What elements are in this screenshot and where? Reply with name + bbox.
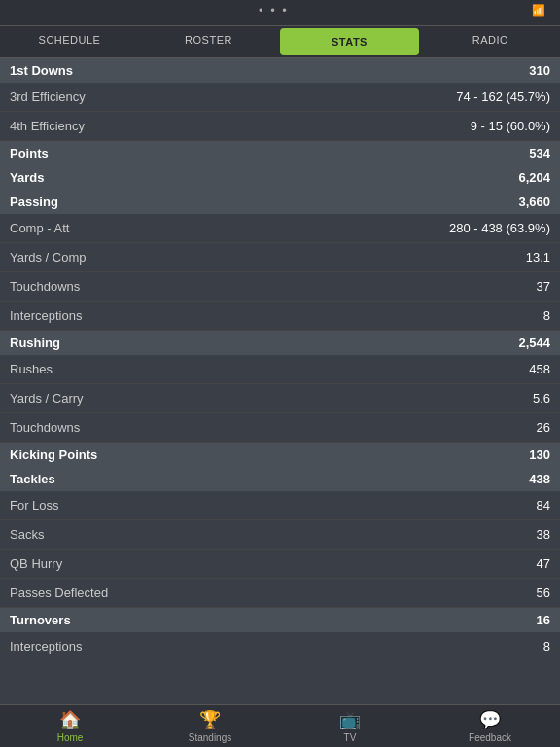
section-value: 16: [537, 613, 550, 627]
stat-row: Interceptions 8: [0, 632, 560, 654]
bottom-nav-feedback[interactable]: 💬 Feedback: [420, 709, 560, 743]
tv-icon: 📺: [339, 709, 361, 730]
stat-label: Comp - Att: [10, 221, 69, 235]
bottom-nav: 🏠 Home 🏆 Standings 📺 TV 💬 Feedback: [0, 704, 560, 747]
stat-label: 3rd Efficiency: [10, 89, 86, 104]
stat-row: Passes Deflected 56: [0, 579, 560, 608]
stat-value: 5.6: [533, 391, 550, 406]
section-label: Yards: [10, 170, 44, 185]
section-label: Tackles: [10, 472, 55, 486]
stat-row: 3rd Efficiency 74 - 162 (45.7%): [0, 83, 560, 112]
section-value: 534: [529, 146, 550, 160]
stat-label: Yards / Comp: [10, 250, 87, 265]
standings-icon: 🏆: [199, 709, 221, 730]
stat-label: Sacks: [10, 527, 44, 542]
standings-label: Standings: [189, 732, 231, 743]
stat-label: Passes Deflected: [10, 586, 108, 600]
stat-row: Interceptions 8: [0, 302, 560, 331]
status-bar: • • • 📶: [0, 0, 560, 19]
tab-schedule[interactable]: SCHEDULE: [0, 26, 139, 57]
stat-label: Rushes: [10, 362, 52, 376]
stat-row: Rushes 458: [0, 355, 560, 384]
stat-label: Yards / Carry: [10, 391, 84, 406]
stat-value: 56: [537, 586, 550, 600]
tab-roster[interactable]: ROSTER: [139, 26, 278, 57]
stat-value: 47: [537, 556, 550, 571]
section-label: Points: [10, 146, 49, 160]
section-value: 3,660: [518, 195, 550, 209]
section-header-kicking-points: Kicking Points 130: [0, 443, 560, 467]
home-label: Home: [57, 732, 84, 743]
stat-label: 4th Efficiency: [10, 119, 85, 133]
stat-value: 13.1: [526, 250, 550, 265]
stat-row: Touchdowns 37: [0, 272, 560, 302]
wifi-icon: 📶: [532, 4, 545, 17]
stat-value: 84: [537, 498, 550, 513]
stat-row: Yards / Carry 5.6: [0, 384, 560, 413]
stat-value: 26: [537, 420, 550, 435]
stat-label: For Loss: [10, 498, 59, 513]
stat-row: Sacks 38: [0, 520, 560, 550]
feedback-label: Feedback: [469, 732, 511, 743]
section-header-tackles: Tackles 438: [0, 467, 560, 491]
bottom-nav-home[interactable]: 🏠 Home: [0, 709, 140, 743]
section-header-points: Points 534: [0, 141, 560, 165]
stat-label: Touchdowns: [10, 279, 80, 294]
stat-label: Interceptions: [10, 639, 82, 654]
stat-row: For Loss 84: [0, 491, 560, 520]
stat-row: Comp - Att 280 - 438 (63.9%): [0, 214, 560, 243]
stat-value: 8: [543, 639, 550, 654]
stat-row: QB Hurry 47: [0, 550, 560, 579]
stat-value: 74 - 162 (45.7%): [456, 89, 550, 104]
bottom-nav-standings[interactable]: 🏆 Standings: [140, 709, 280, 743]
section-value: 2,544: [518, 336, 550, 350]
tv-label: TV: [344, 732, 357, 743]
stat-label: Interceptions: [10, 308, 82, 323]
stat-value: 37: [537, 279, 550, 294]
feedback-icon: 💬: [479, 709, 501, 730]
status-indicators: 📶: [532, 4, 550, 17]
tab-stats[interactable]: STATS: [280, 28, 419, 55]
section-header-rushing: Rushing 2,544: [0, 331, 560, 355]
section-value: 130: [529, 447, 550, 462]
section-header-passing: Passing 3,660: [0, 190, 560, 214]
stat-label: Touchdowns: [10, 420, 80, 435]
stat-row: Touchdowns 26: [0, 413, 560, 443]
stat-value: 280 - 438 (63.9%): [449, 221, 550, 235]
section-value: 310: [529, 63, 550, 78]
section-header-turnovers: Turnovers 16: [0, 608, 560, 632]
bottom-nav-tv[interactable]: 📺 TV: [280, 709, 420, 743]
home-icon: 🏠: [59, 709, 81, 730]
section-label: Kicking Points: [10, 447, 97, 462]
section-value: 438: [529, 472, 550, 486]
stat-value: 8: [543, 308, 550, 323]
section-label: Turnovers: [10, 613, 71, 627]
section-label: Rushing: [10, 336, 60, 350]
status-time-date: [10, 4, 16, 16]
nav-tabs: SCHEDULE ROSTER STATS RADIO: [0, 25, 560, 58]
stat-value: 9 - 15 (60.0%): [471, 119, 550, 133]
section-label: 1st Downs: [10, 63, 73, 78]
section-header-1st-downs: 1st Downs 310: [0, 58, 560, 83]
section-header-yards: Yards 6,204: [0, 165, 560, 190]
stat-row: 4th Efficiency 9 - 15 (60.0%): [0, 112, 560, 141]
stat-value: 458: [529, 362, 550, 376]
section-value: 6,204: [518, 170, 550, 185]
dots-menu: • • •: [259, 3, 289, 18]
stat-label: QB Hurry: [10, 556, 62, 571]
stat-row: Yards / Comp 13.1: [0, 243, 560, 272]
stat-value: 38: [537, 527, 550, 542]
stats-content: 1st Downs 310 3rd Efficiency 74 - 162 (4…: [0, 58, 560, 654]
tab-radio[interactable]: RADIO: [421, 26, 560, 57]
section-label: Passing: [10, 195, 58, 209]
